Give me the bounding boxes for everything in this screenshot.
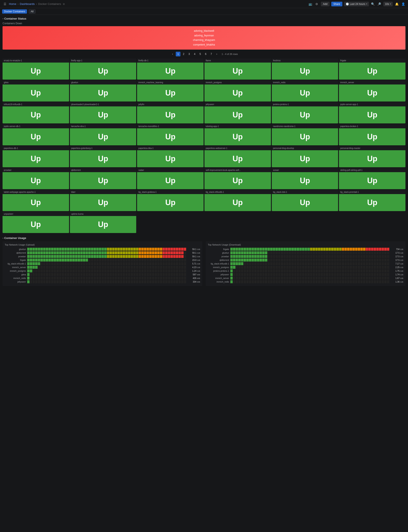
container-card[interactable]: tablet-webpage-apache-apache-1 Up	[2, 190, 69, 211]
container-card[interactable]: personal-blog-master Up	[339, 146, 406, 167]
page-1[interactable]: 1	[176, 52, 180, 56]
usage-unit: GiB	[197, 270, 200, 272]
bar-segment	[257, 258, 259, 262]
container-card[interactable]: radarr Up	[137, 168, 204, 189]
usage-value: 59.1 GiB	[187, 248, 200, 250]
container-card[interactable]: lancache-monolithic-1 Up	[137, 124, 204, 145]
share-button[interactable]: Share	[331, 2, 342, 6]
add-button[interactable]: Add	[321, 2, 330, 6]
hamburger-icon[interactable]: ☰	[2, 2, 7, 6]
time-range-picker[interactable]: 🕐 Last 24 hours ▾	[344, 2, 369, 6]
usage-unit: GiB	[400, 248, 403, 250]
container-card[interactable]: freshrss Up	[272, 59, 338, 80]
page-prev[interactable]: ‹	[170, 52, 175, 56]
container-card[interactable]: paperless-tika-1 Up	[137, 146, 204, 167]
bar-segment-empty	[347, 269, 349, 272]
container-card[interactable]: tig_stack-loki-1 Up	[272, 190, 338, 211]
container-card[interactable]: prowlarr Up	[2, 168, 69, 189]
page-7[interactable]: 7	[209, 52, 213, 56]
container-card[interactable]: firefly-db-1 Up	[137, 59, 204, 80]
refresh-rate-picker[interactable]: 10s ▾	[383, 2, 393, 6]
container-card[interactable]: immich_redis Up	[272, 80, 338, 101]
container-card[interactable]: tig_stack-promtail-1 Up	[339, 190, 406, 211]
bar-segment-empty	[238, 266, 240, 269]
zoom-in-icon[interactable]: 🔎	[377, 2, 382, 6]
bar-segment-empty	[313, 266, 315, 269]
page-3[interactable]: 3	[187, 52, 191, 56]
container-card[interactable]: paperless-gotenberg-1 Up	[70, 146, 136, 167]
container-card[interactable]: joplin-server-db-1 Up	[2, 124, 69, 145]
container-card[interactable]: stirling-pdf-stirling-pdf-1 Up	[339, 168, 406, 189]
page-4[interactable]: 4	[192, 52, 197, 56]
bar-segment	[70, 255, 72, 258]
bar-segment-empty	[110, 258, 112, 262]
container-card[interactable]: self-improvement-book-apache-self... Up	[204, 168, 271, 189]
bar-segment	[30, 251, 32, 254]
container-card[interactable]: jdownloader2-jdownloader2-1 Up	[70, 102, 136, 124]
bar-segment-empty	[152, 280, 154, 283]
container-card[interactable]: personal-blog-develop Up	[272, 146, 338, 167]
gear-icon[interactable]: ⚙	[314, 2, 319, 6]
usage-bar	[27, 273, 186, 276]
container-card[interactable]: uptime-kuma Up	[70, 212, 136, 233]
container-name: self-improvement-book-apache-self...	[204, 168, 271, 172]
page-2[interactable]: 2	[181, 52, 186, 56]
tag-all[interactable]: All	[29, 9, 35, 14]
bar-segment	[252, 251, 254, 254]
container-card[interactable]: paperless-webserver-1 Up	[204, 146, 271, 167]
bar-segment	[236, 262, 238, 265]
container-card[interactable]: lancache-dns-1 Up	[70, 124, 136, 145]
container-card[interactable]: ersatz-tv-ersatztv-1 Up	[2, 59, 69, 80]
user-icon[interactable]: 👤	[401, 2, 406, 6]
container-card[interactable]: influxb18-influxdb-1 Up	[2, 102, 69, 124]
page-6[interactable]: 6	[203, 52, 208, 56]
container-card[interactable]: paperless-broker-1 Up	[339, 124, 406, 145]
container-card[interactable]: gluetun Up	[70, 80, 136, 101]
container-card[interactable]: flame Up	[204, 59, 271, 80]
container-card[interactable]: tdarr Up	[70, 190, 136, 211]
page-next[interactable]: ›	[214, 52, 219, 56]
bar-segment-empty	[299, 251, 302, 254]
bar-segment-empty	[128, 269, 130, 272]
bar-segment-empty	[291, 266, 294, 269]
container-card[interactable]: qbittorrent Up	[70, 168, 136, 189]
bar-segment	[80, 251, 83, 254]
container-card[interactable]: gitea Up	[2, 80, 69, 101]
bar-segment-empty	[305, 262, 307, 265]
container-card[interactable]: unpackerr Up	[2, 212, 69, 233]
container-card[interactable]: frigate Up	[339, 59, 406, 80]
bell-icon[interactable]: 🔔	[394, 2, 399, 6]
bar-segment-empty	[120, 266, 122, 269]
bar-segment	[344, 248, 347, 251]
container-card[interactable]: immich_machine_learning Up	[137, 80, 204, 101]
bar-segment-empty	[112, 273, 115, 276]
container-card[interactable]: immich_server Up	[339, 80, 406, 101]
tv-icon[interactable]: 📺	[308, 2, 313, 6]
container-card[interactable]: tubelog-app-1 Up	[204, 124, 271, 145]
container-card[interactable]: firefly-app-1 Up	[70, 59, 136, 80]
bar-segment	[67, 248, 69, 251]
usage-unit: GiB	[400, 263, 403, 265]
page-5[interactable]: 5	[198, 52, 203, 56]
bar-segment	[315, 248, 318, 251]
container-card[interactable]: jellyfin Up	[137, 102, 204, 124]
containers-down-panel: adoring_blackwell adoring_feynman charmi…	[2, 26, 406, 50]
container-card[interactable]: jellyseerr Up	[204, 102, 271, 124]
tag-docker-containers[interactable]: Docker Containers	[2, 9, 27, 14]
container-card[interactable]: tig_stack-influxdb-1 Up	[204, 190, 271, 211]
container-card[interactable]: navidrome-navidrome-1 Up	[272, 124, 338, 145]
container-card[interactable]: immich_postgres Up	[204, 80, 271, 101]
container-card[interactable]: joplin-server-app-1 Up	[339, 102, 406, 124]
bar-segment-empty	[376, 273, 379, 276]
container-card[interactable]: sonarr Up	[272, 168, 338, 189]
bar-segment-empty	[112, 269, 115, 272]
container-status: Up	[339, 172, 406, 189]
container-card[interactable]: tig_stack-grafana-1 Up	[137, 190, 204, 211]
star-icon[interactable]: ☆	[63, 3, 65, 6]
breadcrumb-dashboards[interactable]: Dashboards	[20, 2, 35, 6]
breadcrumb-home[interactable]: Home	[9, 2, 16, 6]
bar-segment-empty	[86, 280, 88, 283]
zoom-out-icon[interactable]: 🔍	[371, 2, 375, 6]
container-card[interactable]: jenkins-jenkins-1 Up	[272, 102, 338, 124]
container-card[interactable]: paperless-db-1 Up	[2, 146, 69, 167]
